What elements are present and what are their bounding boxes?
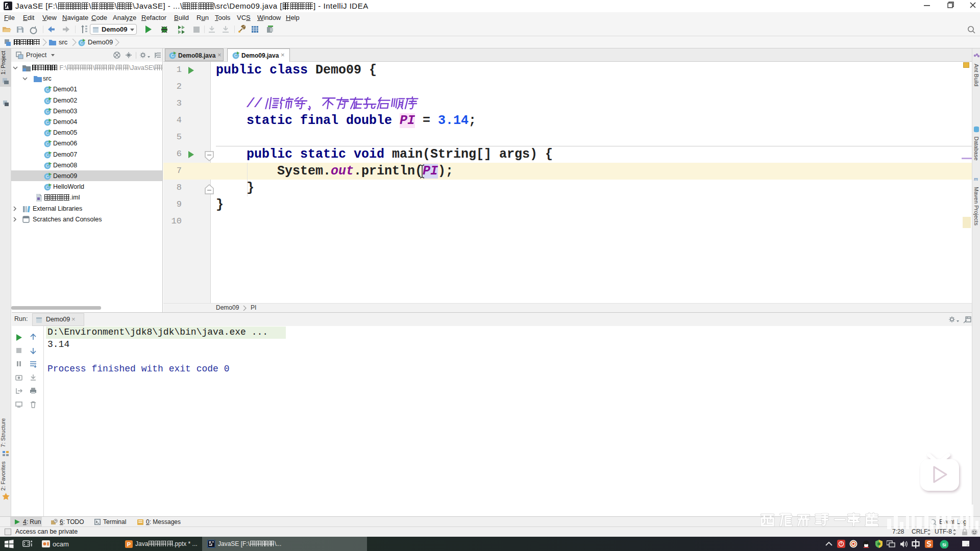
svg-text:m: m <box>974 176 978 182</box>
svg-text:P: P <box>127 541 131 547</box>
svg-text:5i: 5i <box>942 542 946 547</box>
